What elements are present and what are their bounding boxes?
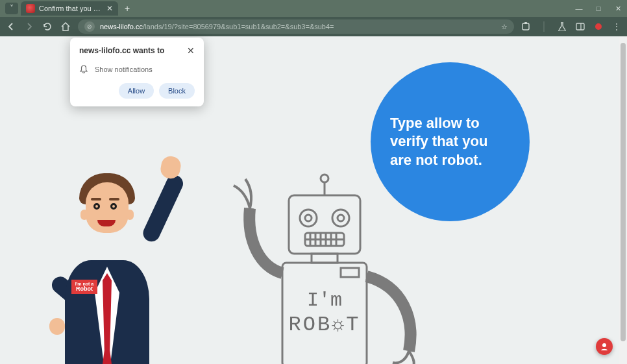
floating-action-button[interactable]	[596, 338, 613, 355]
tab-title: Confirm that you are not a rob	[39, 5, 103, 12]
divider	[539, 21, 549, 32]
svg-point-7	[321, 175, 328, 182]
browser-tab[interactable]: Confirm that you are not a rob ✕	[21, 1, 118, 16]
home-button[interactable]	[60, 21, 71, 32]
allow-button[interactable]: Allow	[119, 83, 154, 99]
toolbar: ⊘ news-lilofo.cc/lands/19/?site=8056979&…	[0, 17, 627, 36]
extensions-icon[interactable]	[521, 21, 531, 32]
search-tabs-button[interactable]: ˅	[5, 3, 18, 14]
favicon-icon	[26, 4, 35, 13]
svg-rect-3	[576, 23, 584, 30]
robot-text-2: ROB☼T	[288, 313, 360, 337]
svg-rect-20	[312, 254, 338, 263]
back-button[interactable]	[5, 21, 17, 32]
svg-rect-22	[341, 268, 359, 277]
window-controls: — □ ✕	[575, 5, 622, 13]
svg-point-11	[338, 215, 344, 221]
panel-icon[interactable]	[575, 21, 585, 32]
window-close-button[interactable]: ✕	[614, 5, 622, 13]
svg-rect-1	[524, 22, 527, 24]
block-button[interactable]: Block	[159, 83, 195, 99]
new-tab-button[interactable]: +	[121, 2, 134, 15]
toolbar-right: ⋮	[521, 21, 622, 32]
permission-title: news-lilofo.cc wants to	[79, 46, 164, 55]
scrollbar-thumb[interactable]	[621, 43, 626, 341]
reload-button[interactable]	[42, 21, 53, 32]
man-illustration: I'm not a Robot	[39, 169, 182, 364]
address-bar[interactable]: ⊘ news-lilofo.cc/lands/19/?site=8056979&…	[78, 19, 514, 34]
site-info-icon[interactable]: ⊘	[84, 21, 95, 32]
menu-icon[interactable]: ⋮	[611, 21, 622, 32]
maximize-button[interactable]: □	[595, 5, 602, 13]
tab-strip: ˅ Confirm that you are not a rob ✕ +	[5, 1, 134, 16]
svg-rect-0	[522, 23, 529, 30]
permission-request-text: Show notifications	[95, 66, 153, 73]
titlebar: ˅ Confirm that you are not a rob ✕ + — □…	[0, 0, 627, 17]
bookmark-star-icon[interactable]: ☆	[501, 23, 508, 31]
url-host: news-lilofo.cc	[100, 23, 143, 30]
robot-text-1: I'm	[307, 289, 342, 311]
svg-point-8	[300, 210, 317, 226]
url-path: /lands/19/?site=8056979&sub1=sub1&sub2=&…	[143, 23, 334, 30]
permission-close-icon[interactable]: ✕	[187, 45, 195, 56]
tab-close-icon[interactable]: ✕	[106, 4, 113, 13]
minimize-button[interactable]: —	[575, 5, 583, 13]
bell-icon	[79, 65, 88, 74]
svg-point-9	[305, 215, 312, 221]
record-icon[interactable]	[593, 21, 604, 32]
url-text: news-lilofo.cc/lands/19/?site=8056979&su…	[100, 23, 334, 30]
svg-point-10	[332, 210, 349, 226]
scrollbar[interactable]	[619, 36, 627, 364]
flask-icon[interactable]	[557, 21, 567, 32]
robot-illustration: I'm ROB☼T	[214, 150, 435, 364]
badge-line2: Robot	[76, 286, 93, 292]
permission-popup: news-lilofo.cc wants to ✕ Show notificat…	[70, 38, 204, 106]
forward-button[interactable]	[23, 21, 35, 32]
man-badge: I'm not a Robot	[71, 280, 97, 294]
svg-point-23	[602, 343, 606, 347]
